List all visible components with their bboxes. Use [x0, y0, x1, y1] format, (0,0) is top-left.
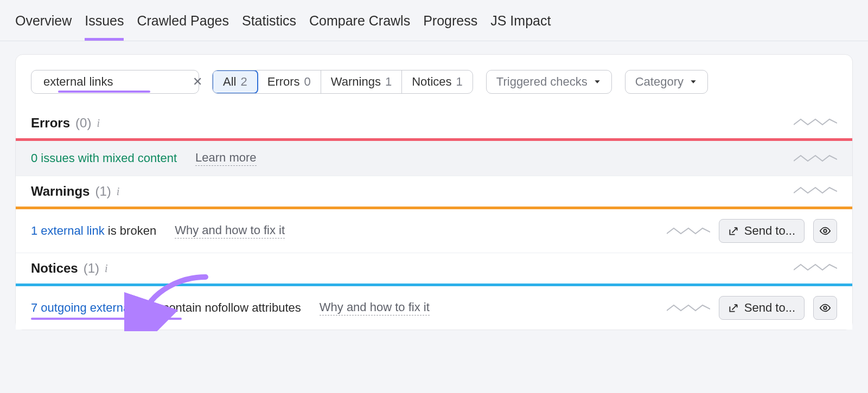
triggered-checks-dropdown[interactable]: Triggered checks [486, 70, 612, 94]
clear-icon[interactable]: ✕ [193, 75, 202, 89]
view-button[interactable] [813, 219, 837, 243]
tab-crawled-pages[interactable]: Crawled Pages [137, 13, 229, 32]
issue-broken-link-text: is broken [105, 224, 156, 237]
filter-notices-count: 1 [456, 75, 463, 89]
filter-warnings[interactable]: Warnings 1 [321, 70, 402, 93]
issue-row-mixed-content[interactable]: 0 issues with mixed content Learn more [16, 141, 852, 176]
filter-notices[interactable]: Notices 1 [402, 70, 473, 93]
svg-point-3 [824, 306, 827, 310]
category-label: Category [635, 75, 684, 89]
info-icon[interactable]: i [105, 262, 108, 275]
sparkline [667, 226, 710, 236]
filter-all-label: All [223, 75, 236, 89]
controls-row: ✕ All 2 Errors 0 Warnings 1 Notices 1 Tr… [16, 55, 852, 108]
filter-all-count: 2 [240, 75, 247, 89]
issue-broken-link-count[interactable]: 1 external link [31, 224, 105, 237]
learn-more-link[interactable]: Learn more [195, 151, 257, 166]
category-dropdown[interactable]: Category [625, 70, 708, 94]
errors-header: Errors (0) i [16, 108, 852, 138]
notices-header: Notices (1) i [16, 253, 852, 284]
send-to-button[interactable]: Send to... [719, 296, 805, 320]
warnings-header: Warnings (1) i [16, 176, 852, 207]
sparkline [794, 117, 837, 127]
issues-panel: ✕ All 2 Errors 0 Warnings 1 Notices 1 Tr… [15, 54, 853, 330]
sparkline [794, 185, 837, 196]
errors-count: (0) [75, 115, 91, 131]
triggered-checks-label: Triggered checks [496, 75, 588, 89]
issue-row-nofollow[interactable]: 7 outgoing external links contain nofoll… [16, 286, 852, 330]
send-to-label: Send to... [744, 224, 795, 238]
sparkline [794, 262, 837, 273]
sparkline [667, 302, 710, 313]
share-icon [728, 226, 739, 236]
nofollow-highlight [31, 318, 182, 320]
issue-nofollow-count[interactable]: 7 outgoing external links [31, 301, 159, 314]
eye-icon [819, 225, 831, 237]
info-icon[interactable]: i [97, 117, 100, 130]
errors-title: Errors [31, 115, 70, 131]
issue-row-broken-link[interactable]: 1 external link is broken Why and how to… [16, 209, 852, 253]
tab-overview[interactable]: Overview [15, 13, 72, 32]
notices-count: (1) [84, 261, 99, 276]
issue-nofollow-text: contain nofollow attributes [159, 301, 301, 314]
send-to-label: Send to... [744, 301, 795, 315]
sparkline [794, 153, 837, 164]
filter-all[interactable]: All 2 [212, 70, 258, 94]
tab-issues[interactable]: Issues [85, 13, 124, 32]
filter-notices-label: Notices [412, 75, 451, 89]
search-highlight [58, 91, 150, 93]
warnings-count: (1) [95, 184, 111, 199]
filter-errors-count: 0 [304, 75, 311, 89]
chevron-down-icon [593, 78, 602, 86]
why-fix-link[interactable]: Why and how to fix it [175, 223, 285, 239]
share-icon [728, 302, 739, 313]
tab-progress[interactable]: Progress [423, 13, 477, 32]
filter-warnings-label: Warnings [331, 75, 381, 89]
why-fix-link[interactable]: Why and how to fix it [320, 300, 430, 315]
notices-title: Notices [31, 261, 78, 276]
filter-errors-label: Errors [267, 75, 300, 89]
top-tabs: Overview Issues Crawled Pages Statistics… [0, 0, 868, 41]
search-input[interactable] [43, 75, 193, 89]
info-icon[interactable]: i [117, 185, 120, 198]
tab-compare-crawls[interactable]: Compare Crawls [309, 13, 410, 32]
eye-icon [819, 302, 831, 314]
filter-group: All 2 Errors 0 Warnings 1 Notices 1 [212, 70, 473, 94]
view-button[interactable] [813, 296, 837, 320]
warnings-title: Warnings [31, 184, 90, 199]
tab-js-impact[interactable]: JS Impact [490, 13, 551, 32]
svg-point-2 [824, 229, 827, 233]
filter-errors[interactable]: Errors 0 [258, 70, 321, 93]
tab-statistics[interactable]: Statistics [242, 13, 296, 32]
issue-mixed-content-link[interactable]: 0 issues with mixed content [31, 151, 177, 165]
chevron-down-icon [689, 78, 698, 86]
send-to-button[interactable]: Send to... [719, 219, 805, 243]
filter-warnings-count: 1 [385, 75, 392, 89]
